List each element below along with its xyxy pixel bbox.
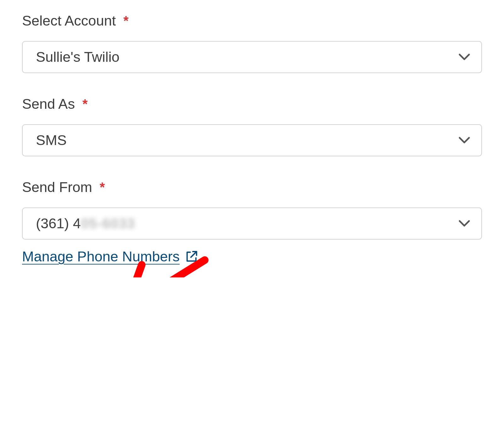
field-select-account: Select Account * Sullie's Twilio — [22, 13, 482, 73]
select-account-label: Select Account * — [22, 13, 482, 29]
required-asterisk: * — [100, 180, 105, 195]
send-from-dropdown[interactable]: (361) 405-6033 — [22, 207, 482, 240]
send-from-label: Send From * — [22, 179, 482, 195]
send-from-value-visible: (361) 4 — [36, 215, 81, 231]
field-send-from: Send From * (361) 405-6033 — [22, 179, 482, 240]
send-from-label-text: Send From — [22, 179, 92, 195]
send-as-label-text: Send As — [22, 96, 75, 112]
manage-phone-numbers-link[interactable]: Manage Phone Numbers — [22, 248, 180, 265]
send-as-label: Send As * — [22, 96, 482, 112]
chevron-down-icon — [459, 135, 470, 146]
required-asterisk: * — [83, 96, 88, 112]
send-from-value-blurred: 05-6033 — [81, 215, 135, 231]
send-as-dropdown[interactable]: SMS — [22, 124, 482, 156]
manage-phone-numbers-row: Manage Phone Numbers — [22, 248, 482, 265]
send-from-value: (361) 405-6033 — [36, 215, 135, 232]
select-account-dropdown[interactable]: Sullie's Twilio — [22, 41, 482, 73]
select-account-label-text: Select Account — [22, 13, 116, 29]
required-asterisk: * — [123, 13, 129, 28]
chevron-down-icon — [459, 218, 470, 229]
chevron-down-icon — [459, 51, 470, 63]
external-link-icon — [185, 250, 198, 263]
select-account-value: Sullie's Twilio — [36, 49, 119, 65]
send-as-value: SMS — [36, 132, 67, 148]
field-send-as: Send As * SMS — [22, 96, 482, 156]
